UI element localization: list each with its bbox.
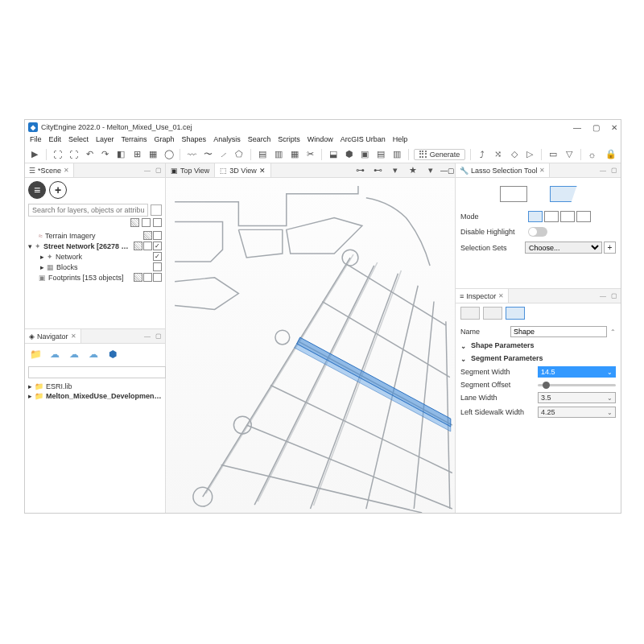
redo-icon[interactable]: ↷ [99,148,112,161]
road2-icon[interactable]: ▥ [272,148,285,161]
road1-icon[interactable]: ▤ [256,148,269,161]
close-tab-icon[interactable]: ✕ [259,167,266,175]
tab-lasso-tool[interactable]: 🔧 Lasso Selection Tool ✕ [456,163,550,177]
menu-edit[interactable]: Edit [49,135,62,143]
view-dropdown-icon[interactable]: ▾ [389,164,402,177]
nav-filter-input[interactable] [28,366,166,378]
add-layer-button[interactable]: + [49,181,67,199]
maximize-button[interactable]: ▢ [592,123,600,132]
align-icon[interactable]: ⊞ [130,148,143,161]
menu-search[interactable]: Search [248,135,271,143]
inspector-mode1-button[interactable] [460,307,480,320]
col-lock-header-icon[interactable] [142,218,151,227]
panel-min-icon[interactable]: — [144,167,151,174]
col-sel-header-icon[interactable] [153,218,162,227]
selection-set-select[interactable]: Choose... [525,242,602,254]
menu-select[interactable]: Select [68,135,89,143]
tree-row-street-network[interactable]: ▾✦Street Network [26278 objects] [25,241,165,251]
curve1-icon[interactable]: 〰 [185,148,198,161]
segment-params-header[interactable]: Segment Parameters [460,352,616,365]
bookmark-icon[interactable]: ★ [407,164,419,177]
panel-min-icon[interactable]: — [600,167,606,174]
segment-width-field[interactable]: 14.5⌄ [538,366,616,378]
tree-row-network[interactable]: ▸✦Network [25,251,165,262]
mode-add-button[interactable] [544,211,559,222]
point-icon[interactable]: ◇ [508,148,521,161]
curve2-icon[interactable]: 〜 [201,148,214,161]
left-sidewalk-field[interactable]: 4.25⌄ [538,407,616,418]
generate-button[interactable]: Generate [414,149,466,160]
expand-icon[interactable]: ▸ [40,263,44,271]
close-button[interactable]: ✕ [611,123,617,132]
expand-icon[interactable]: ▸ [28,382,32,390]
menu-analysis[interactable]: Analysis [213,135,241,143]
panel-min-icon[interactable]: — [440,167,448,175]
menu-arcgis-urban[interactable]: ArcGIS Urban [341,135,386,143]
close-tab-icon[interactable]: ✕ [71,332,76,340]
lane-width-field[interactable]: 3.5⌄ [538,392,616,403]
cloud-upload-icon[interactable]: ☁ [47,347,62,361]
play-icon[interactable]: ▷ [523,148,536,161]
panel-max-icon[interactable]: ▢ [611,292,617,299]
expand-icon[interactable]: ▸ [28,392,32,400]
panel-max-icon[interactable]: ▢ [611,167,617,174]
mode-subtract-button[interactable] [560,211,575,222]
tree-row-footprints[interactable]: ▣Footprints [153 objects] [25,272,165,283]
cloud-icon[interactable]: ☁ [86,347,101,361]
nav-item-melton[interactable]: ▸📁Melton_MixedUse_Development_CE_2022 [25,391,165,401]
menu-scripts[interactable]: Scripts [278,135,300,143]
col-vis-header-icon[interactable] [130,218,139,227]
search-clear-button[interactable] [151,204,162,216]
building2-icon[interactable]: ▣ [359,148,372,161]
building1-icon[interactable]: ⬢ [343,148,356,161]
inspector-mode2-button[interactable] [483,307,502,320]
panel-max-icon[interactable]: ▢ [155,332,162,340]
tab-navigator[interactable]: ◈ Navigator ✕ [25,329,81,343]
panel-max-icon[interactable]: ▢ [448,167,455,175]
tag-icon[interactable]: ▽ [563,148,576,161]
name-input[interactable] [510,326,607,337]
tree-row-blocks[interactable]: ▸▦Blocks [25,262,165,272]
export1-icon[interactable]: ⤴ [476,148,489,161]
extrude-icon[interactable]: ⬓ [327,148,340,161]
lasso-select-button[interactable] [550,186,577,202]
cloud-download-icon[interactable]: ☁ [67,347,81,361]
close-tab-icon[interactable]: ✕ [539,167,545,174]
pointer-tool-icon[interactable]: ▶ [28,148,41,161]
minimize-button[interactable]: — [573,123,581,132]
tab-top-view[interactable]: ▣Top View [166,163,215,177]
close-tab-icon[interactable]: ✕ [498,292,504,299]
clip-icon[interactable]: ✂ [303,148,316,161]
sun-icon[interactable]: ☼ [586,148,599,161]
ruler-icon[interactable]: ▭ [547,148,559,161]
model-icon[interactable]: ⬢ [105,347,120,361]
tab-scene[interactable]: ☰ *Scene ✕ [25,163,74,177]
segment-offset-slider[interactable] [538,384,616,386]
expand-icon[interactable]: ▸ [40,253,44,261]
view-wire-icon[interactable]: ⊷ [371,164,384,177]
panel-max-icon[interactable]: ▢ [155,167,162,174]
tree-row-terrain[interactable]: ≈Terrain Imagery [25,230,165,241]
add-selection-set-button[interactable]: + [604,242,616,254]
inspector-mode3-button[interactable] [506,307,525,320]
cube-icon[interactable]: ◧ [115,148,128,161]
globe-icon[interactable]: ◯ [163,148,175,161]
building3-icon[interactable]: ▤ [374,148,387,161]
menu-window[interactable]: Window [308,135,333,143]
nav-item-esri[interactable]: ▸📁ESRI.lib [25,382,165,391]
shuffle-icon[interactable]: ⤭ [492,148,505,161]
shape-params-header[interactable]: Shape Parameters [460,339,616,352]
disable-highlight-toggle[interactable] [528,227,547,237]
view-connect-icon[interactable]: ⊶ [353,164,366,177]
close-tab-icon[interactable]: ✕ [64,167,69,174]
menu-terrains[interactable]: Terrains [122,135,147,143]
expand-icon[interactable]: ▾ [28,242,32,250]
menu-help[interactable]: Help [393,135,408,143]
road3-icon[interactable]: ▦ [288,148,301,161]
tab-inspector[interactable]: ≡ Inspector ✕ [456,289,509,303]
3d-viewport[interactable] [166,178,455,513]
menu-graph[interactable]: Graph [155,135,175,143]
mode-intersect-button[interactable] [576,211,591,222]
panel-min-icon[interactable]: — [144,332,151,340]
menu-layer[interactable]: Layer [96,135,114,143]
